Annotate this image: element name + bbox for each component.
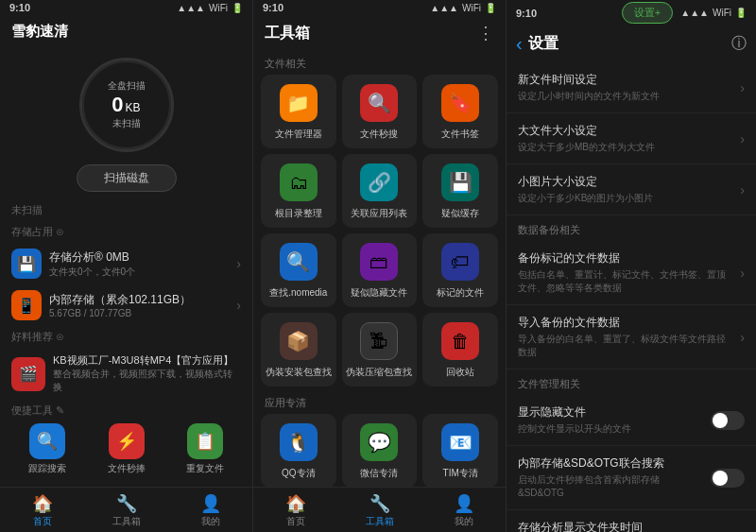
tool-item-1[interactable]: ⚡ 文件秒捧 xyxy=(91,423,163,475)
setting-import-backup[interactable]: 导入备份的文件数据 导入备份的白名单、重置了、标级文件等文件路径数据 › xyxy=(507,305,756,369)
scan-size: 0 xyxy=(112,94,123,115)
mine-icon-2: 👤 xyxy=(454,493,474,514)
nav-home-label-1: 首页 xyxy=(33,515,52,528)
storage-item-1[interactable]: 📱 内部存储（累余102.11GB） 5.67GB / 107.77GB › xyxy=(0,284,252,326)
panel3-title: 设置 xyxy=(528,34,726,54)
time-3: 9:10 xyxy=(516,8,537,19)
tb-item-wechat[interactable]: 💬 微信专清 xyxy=(342,414,418,487)
storage-section-label: 存储占用 ⊙ xyxy=(0,221,252,243)
recommend-icon: 🎬 xyxy=(11,357,45,391)
setting-large-file[interactable]: 大文件大小设定 设定大于多少MB的文件为大文件 › xyxy=(507,113,756,164)
setting-show-hidden-title: 显示隐藏文件 xyxy=(518,404,703,420)
setting-backup-marked-title: 备份标记的文件数据 xyxy=(518,250,732,266)
tb-icon-assoc-app: 🔗 xyxy=(360,163,398,201)
setting-small-img-title: 小图片大小设定 xyxy=(518,174,732,190)
nav-home-2[interactable]: 🏠 首页 xyxy=(253,488,337,532)
scan-button[interactable]: 扫描磁盘 xyxy=(77,164,177,192)
tool-item-2[interactable]: 📋 重复文件 xyxy=(169,423,241,475)
tb-item-root-org[interactable]: 🗂 根目录整理 xyxy=(261,154,336,228)
tb-item-fake-apk[interactable]: 📦 伪装安装包查找 xyxy=(261,313,336,386)
setting-small-img-desc: 设定小于多少KB的图片为小图片 xyxy=(518,192,732,205)
chevron-icon-1: › xyxy=(236,298,241,313)
info-icon[interactable]: ⓘ xyxy=(731,34,747,54)
setting-small-img[interactable]: 小图片大小设定 设定小于多少KB的图片为小图片 › xyxy=(507,164,756,215)
tb-item-nomedia[interactable]: 🔍 查找.nomedia xyxy=(261,233,336,307)
scan-bottom-label: 未扫描 xyxy=(112,117,141,130)
tb-icon-qq: 🐧 xyxy=(280,423,318,461)
tb-item-file-manager[interactable]: 📁 文件管理器 xyxy=(261,75,336,148)
setting-combined-search[interactable]: 内部存储&SD&OTG联合搜索 启动后文件秒捧包含首索内部存储&SD&OTG xyxy=(507,446,756,510)
storage-icon-1: 📱 xyxy=(11,290,42,320)
back-button[interactable]: ‹ xyxy=(516,33,523,55)
toggle-combined-search[interactable] xyxy=(711,469,745,488)
storage-item-0[interactable]: 💾 存储分析® 0MB 文件夹0个，文件0个 › xyxy=(0,243,252,284)
setting-combined-search-desc: 启动后文件秒捧包含首索内部存储&SD&OTG xyxy=(518,473,703,500)
file-mgmt-section-label: 文件管理相关 xyxy=(507,369,756,395)
storage-sub-0: 文件夹0个，文件0个 xyxy=(49,266,229,279)
setting-large-file-desc: 设定大于多少MB的文件为大文件 xyxy=(518,141,732,154)
tools-section: 便捷工具 ✎ 🔍 跟踪搜索 ⚡ 文件秒捧 📋 重复文件 xyxy=(0,400,252,483)
panel1-title: 雪豹速清 xyxy=(11,23,68,41)
more-icon[interactable]: ⋮ xyxy=(477,23,494,43)
settings-scroll: 新文件时间设定 设定几小时时间内的文件为新文件 › 大文件大小设定 设定大于多少… xyxy=(507,62,756,532)
tb-label-wechat: 微信专清 xyxy=(360,467,398,480)
tb-icon-nomedia: 🔍 xyxy=(280,243,318,281)
tb-grid-file: 📁 文件管理器 🔍 文件秒搜 🔖 文件书签 🗂 根目录整理 🔗 关联应用列表 💾 xyxy=(261,75,498,386)
tb-icon-hidden: 🗃 xyxy=(360,243,398,281)
tb-item-recycle[interactable]: 🗑 回收站 xyxy=(422,313,498,386)
toggle-show-hidden[interactable] xyxy=(711,411,745,430)
tb-item-marked[interactable]: 🏷 标记的文件 xyxy=(422,233,498,307)
recommend-item[interactable]: 🎬 KB视频工厂-M3U8转MP4【官方应用】 整合视频合并，视频照探下载，视频… xyxy=(0,348,252,400)
setting-show-folder-time-text: 存储分析显示文件夹时间 启动后存储分析页面显示文件夹最后修改时间 xyxy=(518,520,711,532)
nav-mine-2[interactable]: 👤 我的 xyxy=(421,488,506,532)
tb-label-file-bookmark: 文件书签 xyxy=(441,128,479,141)
wifi-icon-2: WiFi xyxy=(462,3,481,13)
setting-import-backup-text: 导入备份的文件数据 导入备份的白名单、重置了、标级文件等文件路径数据 xyxy=(518,315,740,359)
setting-show-folder-time[interactable]: 存储分析显示文件夹时间 启动后存储分析页面显示文件夹最后修改时间 xyxy=(507,510,756,532)
tool-item-0[interactable]: 🔍 跟踪搜索 xyxy=(11,423,83,475)
scan-area: 全盘扫描 0 KB 未扫描 xyxy=(0,48,252,157)
home-icon-2: 🏠 xyxy=(285,493,306,514)
tool-label-2: 重复文件 xyxy=(186,462,224,475)
status-icons-3: ▲▲▲ WiFi 🔋 xyxy=(680,8,747,18)
nav-tools-1[interactable]: 🔧 工具箱 xyxy=(84,488,168,532)
tb-item-file-search[interactable]: 🔍 文件秒搜 xyxy=(342,75,418,148)
bottom-nav-1: 🏠 首页 🔧 工具箱 👤 我的 xyxy=(0,487,252,532)
chevron-new-file-time: › xyxy=(740,80,745,95)
setting-combined-search-title: 内部存储&SD&OTG联合搜索 xyxy=(518,455,703,472)
tb-item-cache[interactable]: 💾 疑似缓存 xyxy=(422,154,498,228)
settings-plus-btn[interactable]: 设置+ xyxy=(622,2,673,24)
tb-icon-fake-zip: 🗜 xyxy=(360,322,398,360)
nav-mine-1[interactable]: 👤 我的 xyxy=(168,488,252,532)
tb-item-fake-zip[interactable]: 🗜 伪装压缩包查找 xyxy=(342,313,418,386)
storage-sub-1: 5.67GB / 107.77GB xyxy=(49,308,229,318)
panel3-header: ‹ 设置 ⓘ xyxy=(507,26,756,62)
tb-icon-marked: 🏷 xyxy=(441,243,479,281)
wifi-icon: WiFi xyxy=(209,3,228,13)
tb-item-assoc-app[interactable]: 🔗 关联应用列表 xyxy=(342,154,418,228)
setting-small-img-text: 小图片大小设定 设定小于多少KB的图片为小图片 xyxy=(518,174,740,205)
setting-new-file-time[interactable]: 新文件时间设定 设定几小时时间内的文件为新文件 › xyxy=(507,62,756,113)
tb-item-qq[interactable]: 🐧 QQ专清 xyxy=(261,414,336,487)
setting-backup-marked-text: 备份标记的文件数据 包括白名单、重置计、标记文件、文件书签、置顶文件、忽略等等各… xyxy=(518,250,740,295)
nav-home-1[interactable]: 🏠 首页 xyxy=(0,488,84,532)
nav-tools-2[interactable]: 🔧 工具箱 xyxy=(337,488,421,532)
tb-section-file: 文件相关 xyxy=(261,51,498,75)
tb-item-tim[interactable]: 📧 TIM专清 xyxy=(422,414,498,487)
panel-settings: 9:10 设置+ ▲▲▲ WiFi 🔋 ‹ 设置 ⓘ 新文件时间设定 设定几小时… xyxy=(507,0,756,532)
chevron-icon-0: › xyxy=(236,256,241,271)
tb-label-tim: TIM专清 xyxy=(443,467,478,480)
tb-item-hidden[interactable]: 🗃 疑似隐藏文件 xyxy=(342,233,418,307)
tb-icon-wechat: 💬 xyxy=(360,423,398,461)
tb-label-fake-apk: 伪装安装包查找 xyxy=(266,366,332,379)
setting-import-backup-title: 导入备份的文件数据 xyxy=(518,315,732,331)
setting-backup-marked[interactable]: 备份标记的文件数据 包括白名单、重置计、标记文件、文件书签、置顶文件、忽略等等各… xyxy=(507,241,756,305)
tb-item-file-bookmark[interactable]: 🔖 文件书签 xyxy=(422,75,498,148)
toolbox-scroll: 文件相关 📁 文件管理器 🔍 文件秒搜 🔖 文件书签 🗂 根目录整理 🔗 关联应… xyxy=(253,51,506,487)
recommend-text: KB视频工厂-M3U8转MP4【官方应用】 整合视频合并，视频照探下载，视频格式… xyxy=(53,353,241,394)
status-icons-1: ▲▲▲ WiFi 🔋 xyxy=(177,3,243,13)
setting-large-file-text: 大文件大小设定 设定大于多少MB的文件为大文件 xyxy=(518,123,740,154)
setting-show-hidden[interactable]: 显示隐藏文件 控制文件显示以开头的文件 xyxy=(507,395,756,446)
setting-show-hidden-desc: 控制文件显示以开头的文件 xyxy=(518,422,703,436)
tools-icon-1: 🔧 xyxy=(116,493,137,514)
